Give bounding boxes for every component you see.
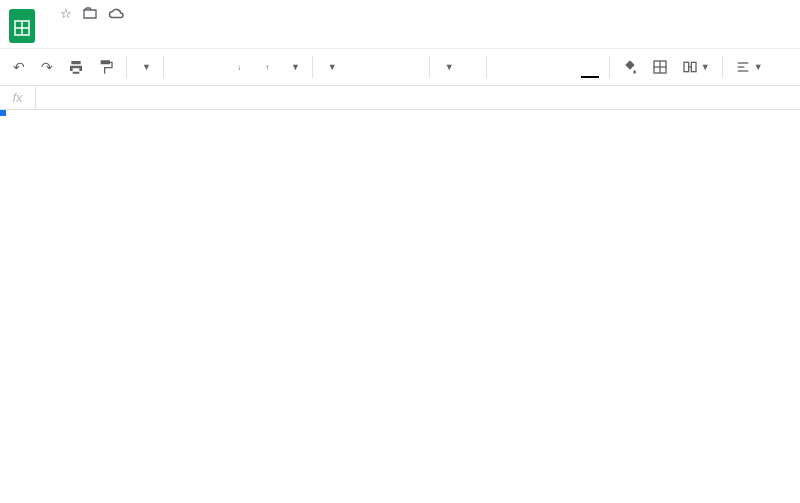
decrease-decimal-button[interactable]: ↓	[228, 54, 250, 80]
fill-color-button[interactable]	[618, 54, 642, 80]
merge-cells-button[interactable]: ▼	[678, 54, 714, 80]
menu-edit[interactable]	[60, 27, 74, 35]
svg-rect-7	[684, 62, 689, 71]
menu-bar	[44, 25, 196, 35]
zoom-select[interactable]: ▼	[135, 54, 155, 80]
star-icon[interactable]: ☆	[60, 6, 72, 25]
menu-insert[interactable]	[92, 27, 106, 35]
doc-title[interactable]	[44, 14, 52, 18]
formula-bar: fx	[0, 86, 800, 110]
svg-rect-8	[691, 62, 696, 71]
menu-file[interactable]	[44, 27, 58, 35]
font-size-select[interactable]: ▼	[438, 54, 478, 80]
menu-format[interactable]	[108, 27, 122, 35]
menu-data[interactable]	[124, 27, 138, 35]
menu-help[interactable]	[172, 27, 186, 35]
text-color-button[interactable]	[579, 54, 601, 80]
strikethrough-button[interactable]	[551, 54, 573, 80]
font-select[interactable]: ▼	[321, 54, 421, 80]
percent-button[interactable]	[200, 54, 222, 80]
redo-button[interactable]: ↷	[36, 54, 58, 80]
currency-button[interactable]	[172, 54, 194, 80]
horizontal-align-button[interactable]: ▼	[731, 54, 767, 80]
cloud-icon[interactable]	[108, 6, 126, 25]
print-button[interactable]	[64, 54, 88, 80]
sheets-logo-icon	[8, 8, 36, 44]
borders-button[interactable]	[648, 54, 672, 80]
increase-decimal-button[interactable]: ↑	[256, 54, 278, 80]
title-bar: ☆	[0, 0, 800, 44]
fill-handle[interactable]	[0, 110, 6, 116]
number-format-select[interactable]: ▼	[284, 54, 304, 80]
toolbar: ↶ ↷ ▼ ↓ ↑ ▼ ▼ ▼ ▼ ▼	[0, 48, 800, 86]
italic-button[interactable]	[523, 54, 545, 80]
menu-addons[interactable]	[156, 27, 170, 35]
fx-icon: fx	[0, 86, 36, 109]
menu-tools[interactable]	[140, 27, 154, 35]
undo-button[interactable]: ↶	[8, 54, 30, 80]
bold-button[interactable]	[495, 54, 517, 80]
move-icon[interactable]	[82, 6, 98, 25]
paint-format-button[interactable]	[94, 54, 118, 80]
menu-view[interactable]	[76, 27, 90, 35]
